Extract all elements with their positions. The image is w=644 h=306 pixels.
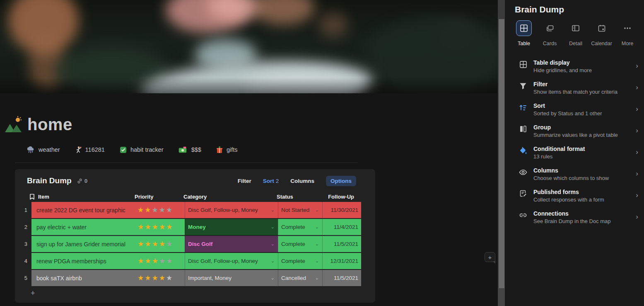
sidebar-option-published-forms[interactable]: Published forms Collect responses with a… [505,185,644,206]
quick-link[interactable]: habit tracker [120,146,164,153]
star-filled-icon[interactable]: ★ [137,223,144,231]
view-tab-table[interactable]: Table [513,20,535,46]
status-cell[interactable]: Complete⌄ [278,236,322,252]
column-header-status[interactable]: Status [274,194,318,200]
followup-cell[interactable]: 11/5/2021 [322,236,361,252]
table-link-count[interactable]: 0 [77,178,88,184]
sidebar-option-group[interactable]: Group Summarize values like a pivot tabl… [505,120,644,142]
table-header-bar: Brain Dump 0 Filter Sort2 Columns Option… [27,175,356,187]
column-header-item[interactable]: Item [27,194,132,200]
star-filled-icon[interactable]: ★ [152,240,159,248]
star-filled-icon[interactable]: ★ [159,223,166,231]
star-filled-icon[interactable]: ★ [159,274,166,282]
star-empty-icon[interactable]: ★ [166,206,173,214]
star-empty-icon[interactable]: ★ [152,206,159,214]
sidebar-option-columns[interactable]: Columns Choose which columns to show › [505,163,644,185]
quick-link[interactable]: 116281 [75,146,105,153]
item-cell[interactable]: sign up for James Grider memorial [31,236,136,252]
sort-button[interactable]: Sort2 [263,178,279,184]
star-empty-icon[interactable]: ★ [166,274,173,282]
category-cell[interactable]: Disc Golf, Follow-up, Money⌄ [185,253,278,269]
chevron-down-icon: ⌄ [271,241,275,247]
sidebar-option-sort[interactable]: Sort Sorted by Status and 1 other › [505,99,644,120]
priority-cell[interactable]: ★★★★★ [136,202,185,218]
status-cell[interactable]: Not Started⌄ [278,202,322,218]
item-cell[interactable]: create 2022 DG event tour graphic [31,202,136,218]
status-cell[interactable]: Complete⌄ [278,219,322,235]
row-number[interactable]: 5 [18,270,27,286]
status-cell[interactable]: Cancelled⌄ [278,270,322,286]
sidebar-option-conditional-format[interactable]: Conditional format 13 rules › [505,142,644,163]
checkbox-icon [120,146,127,153]
star-empty-icon[interactable]: ★ [159,206,166,214]
star-filled-icon[interactable]: ★ [152,257,159,265]
view-tab-detail[interactable]: Detail [565,20,586,46]
followup-cell[interactable]: 11/5/2021 [322,270,361,286]
item-cell[interactable]: pay electric + water [31,219,136,235]
column-header-category[interactable]: Category [181,194,274,200]
star-empty-icon[interactable]: ★ [166,257,173,265]
insert-block-button[interactable]: + [485,252,495,262]
view-tab-calendar[interactable]: Calendar [591,20,613,46]
sidebar-option-table-display[interactable]: Table display Hide gridlines, and more › [505,56,644,77]
sidebar-option-filter[interactable]: Filter Show items that match your criter… [505,77,644,99]
priority-cell[interactable]: ★★★★★ [136,253,185,269]
chevron-right-icon: › [636,213,638,220]
quick-link[interactable]: gifts [216,146,238,153]
add-row-button[interactable]: + [31,289,35,297]
priority-cell[interactable]: ★★★★★ [136,236,185,252]
star-filled-icon[interactable]: ★ [166,223,173,231]
star-filled-icon[interactable]: ★ [145,274,151,282]
star-empty-icon[interactable]: ★ [166,240,173,248]
column-header-followup[interactable]: Follow-Up [318,194,357,200]
star-filled-icon[interactable]: ★ [145,257,151,265]
brain-dump-card: Brain Dump 0 Filter Sort2 Columns Option… [15,169,375,303]
row-number[interactable]: 1 [18,202,27,218]
category-cell[interactable]: Money⌄ [185,219,278,235]
quick-link[interactable]: weather [27,146,60,153]
columns-button[interactable]: Columns [290,178,314,184]
followup-cell[interactable]: 11/4/2021 [322,219,361,235]
priority-cell[interactable]: ★★★★★ [136,219,185,235]
eye-icon [519,168,527,176]
star-filled-icon[interactable]: ★ [137,240,144,248]
sidebar-title: Brain Dump [505,0,644,15]
item-cell[interactable]: book saTX airbnb [31,270,136,286]
row-number[interactable]: 3 [18,236,27,252]
followup-cell[interactable]: 12/31/2021 [322,253,361,269]
star-empty-icon[interactable]: ★ [159,257,166,265]
star-filled-icon[interactable]: ★ [137,274,144,282]
app-root: home weather 116281 habit tracker $$$ gi… [0,0,644,306]
table-row: 4 renew PDGA memberships ★★★★★ Disc Golf… [18,253,372,269]
quick-link[interactable]: $$$ [178,146,201,153]
star-filled-icon[interactable]: ★ [137,206,144,214]
status-cell[interactable]: Complete⌄ [278,253,322,269]
scrollbar-thumb[interactable] [499,19,504,288]
table-title[interactable]: Brain Dump [27,176,72,185]
priority-cell[interactable]: ★★★★★ [136,270,185,286]
row-number[interactable]: 4 [18,253,27,269]
column-header-priority[interactable]: Priority [132,194,181,200]
filter-button[interactable]: Filter [238,178,251,184]
star-filled-icon[interactable]: ★ [137,257,144,265]
star-filled-icon[interactable]: ★ [145,223,151,231]
row-number[interactable]: 2 [18,219,27,235]
category-cell[interactable]: Disc Golf⌄ [185,236,278,252]
star-filled-icon[interactable]: ★ [145,206,151,214]
star-filled-icon[interactable]: ★ [159,240,166,248]
item-cell[interactable]: renew PDGA memberships [31,253,136,269]
category-cell[interactable]: Disc Golf, Follow-up, Money⌄ [185,202,278,218]
star-filled-icon[interactable]: ★ [152,223,159,231]
table-view-icon [520,24,528,32]
sidebar-option-connections[interactable]: Connections See Brain Dump in the Doc ma… [505,206,644,228]
sort-icon [519,103,527,112]
view-tab-cards[interactable]: Cards [539,20,561,46]
quick-links: weather 116281 habit tracker $$$ gifts [27,146,238,153]
view-tab-more[interactable]: More [617,20,638,46]
options-button[interactable]: Options [326,176,356,186]
vertical-scrollbar[interactable] [498,0,505,306]
category-cell[interactable]: Important, Money⌄ [185,270,278,286]
followup-cell[interactable]: 11/30/2021 [322,202,361,218]
star-filled-icon[interactable]: ★ [152,274,159,282]
star-filled-icon[interactable]: ★ [145,240,151,248]
